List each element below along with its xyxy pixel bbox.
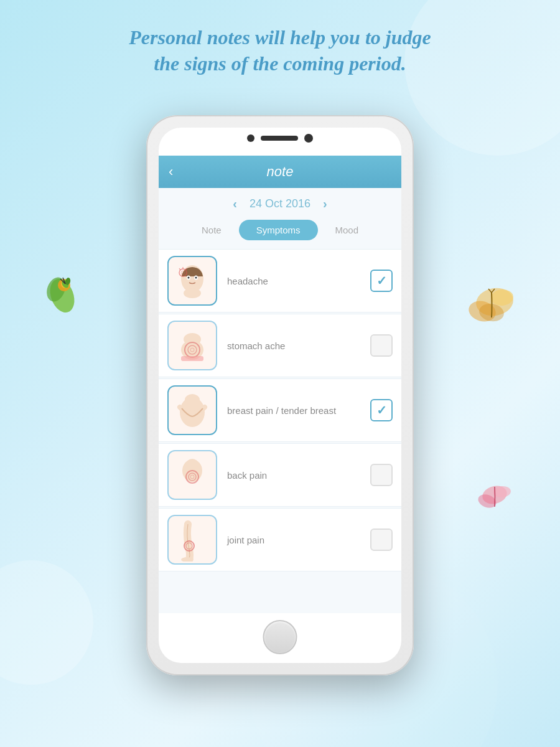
pink-butterfly-icon [476, 479, 513, 514]
sensor-dot [304, 134, 313, 143]
orange-butterfly-icon [464, 280, 520, 330]
back-pain-label: back pain [217, 470, 370, 481]
tab-note[interactable]: Note [184, 220, 239, 240]
current-date: 24 Oct 2016 [250, 197, 310, 210]
app-screen: ‹ note ‹ 24 Oct 2016 › Note Symptoms Moo… [159, 156, 401, 613]
stomach-ache-label: stomach ache [217, 341, 370, 351]
svg-point-21 [195, 277, 197, 279]
svg-rect-30 [181, 356, 203, 361]
symptom-headache: headache [159, 249, 401, 312]
stomach-ache-checkbox[interactable] [370, 334, 393, 357]
home-button[interactable] [263, 620, 297, 654]
phone-frame: ‹ note ‹ 24 Oct 2016 › Note Symptoms Moo… [146, 115, 414, 675]
page-heading: Personal notes will help you to judge th… [62, 25, 498, 77]
back-button[interactable]: ‹ [169, 164, 173, 180]
phone-screen: ‹ note ‹ 24 Oct 2016 › Note Symptoms Moo… [159, 128, 401, 663]
svg-point-20 [188, 277, 190, 279]
stomach-ache-icon-wrapper [167, 321, 217, 370]
svg-point-22 [184, 288, 201, 298]
back-pain-checkbox[interactable] [370, 464, 393, 486]
symptoms-list: headache [159, 249, 401, 610]
speaker [261, 136, 298, 141]
symptom-breast-pain: breast pain / tender breast [159, 378, 401, 442]
svg-point-32 [185, 394, 200, 405]
heading-line2: the signs of the coming period. [154, 52, 406, 75]
headache-label: headache [217, 276, 370, 286]
camera-dot [247, 134, 254, 142]
headache-illustration [170, 259, 214, 303]
svg-point-26 [184, 333, 201, 345]
back-pain-illustration [170, 453, 214, 497]
date-navigation: ‹ 24 Oct 2016 › [159, 188, 401, 220]
breast-pain-checkbox[interactable] [370, 399, 393, 421]
breast-pain-label: breast pain / tender breast [217, 405, 370, 416]
app-title: note [267, 164, 294, 180]
symptom-joint-pain: joint pain [159, 508, 401, 571]
back-pain-icon-wrapper [167, 450, 217, 500]
symptom-stomach-ache: stomach ache [159, 314, 401, 377]
phone-notch [247, 134, 313, 143]
symptom-back-pain: back pain [159, 443, 401, 507]
joint-pain-checkbox[interactable] [370, 529, 393, 551]
green-butterfly-icon [34, 261, 90, 317]
heading-line1: Personal notes will help you to judge [129, 26, 431, 49]
joint-pain-illustration [170, 518, 214, 561]
breast-pain-icon-wrapper [167, 385, 217, 435]
next-date-button[interactable]: › [323, 197, 327, 211]
breast-pain-illustration [170, 388, 214, 432]
stomach-ache-illustration [170, 324, 214, 367]
prev-date-button[interactable]: ‹ [233, 197, 237, 211]
joint-pain-label: joint pain [217, 535, 370, 545]
headache-icon-wrapper [167, 256, 217, 306]
app-header: ‹ note [159, 156, 401, 188]
headache-checkbox[interactable] [370, 270, 393, 292]
svg-point-34 [186, 459, 198, 470]
tab-mood[interactable]: Mood [318, 220, 376, 240]
joint-pain-icon-wrapper [167, 515, 217, 565]
tab-symptoms[interactable]: Symptoms [239, 220, 318, 240]
tab-bar: Note Symptoms Mood [159, 220, 401, 249]
